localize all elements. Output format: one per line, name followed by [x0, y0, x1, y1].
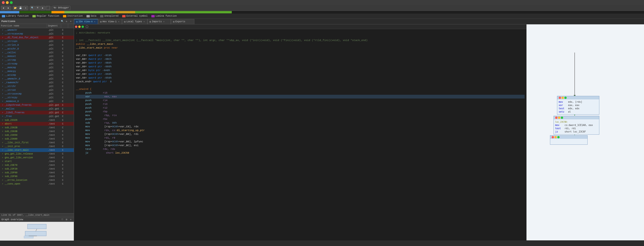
graph-overview-icon2[interactable]: ⊞ [65, 218, 68, 221]
fn-row[interactable]: ⚡__dl_find_dso_for_object.pltC [0, 36, 74, 39]
fn-row[interactable]: ⚡__libc_start_main.textC [0, 148, 74, 152]
functions-panel-close-icon[interactable]: ✕ [69, 20, 72, 23]
minimize-button[interactable] [6, 1, 9, 4]
functions-panel-refresh-icon[interactable]: ↻ [65, 20, 68, 23]
tab-local-types-close[interactable]: ✕ [143, 21, 145, 23]
tab-imports-close[interactable]: ✕ [163, 21, 165, 23]
fn-segment-cell: .text [47, 160, 61, 163]
fn-row[interactable]: ⚡gnu_get_libc_version.textC [0, 156, 74, 159]
tab-local-types[interactable]: ⊟ Local Types ✕ [122, 19, 147, 24]
fn-row[interactable]: ⚡__wcschr_0.pltC [0, 47, 74, 51]
code-line-push-rbp: push rbp [76, 110, 524, 114]
cv-btn-lock[interactable] [86, 25, 88, 28]
fn-row[interactable]: ⚡__wmemchr.pltC [0, 28, 74, 32]
fn-row[interactable]: ⚡__memset.pltC [0, 54, 74, 58]
fn-row[interactable]: ⚡gnu_get_libc_release.textC [0, 152, 74, 156]
fn-row[interactable]: ⚡__libc_init_first.textC [0, 141, 74, 144]
fn-row[interactable]: ⚡sub_2362B.textC [0, 126, 74, 129]
fn-row[interactable]: ⚡sub_23F20.textC [0, 167, 74, 171]
fn-name-text: _rawmemchr [5, 81, 19, 84]
fn-row[interactable]: ⚡__errno_location.textC [0, 178, 74, 182]
toolbar-btn-close[interactable]: ✕ [23, 6, 28, 10]
cv-btn-green[interactable] [82, 25, 84, 28]
maximize-button[interactable] [10, 1, 13, 4]
fn-extra-cell: C [61, 85, 68, 88]
gnc-op-2: eax, eax [568, 104, 579, 107]
fn-row[interactable]: ⚡__memcpy.pltC [0, 69, 74, 73]
fn-name-cell: ⚡__errno_location [0, 178, 47, 182]
toolbar-btn-back[interactable]: ◀ [1, 6, 6, 10]
graph-overview-icon3[interactable]: ✕ [69, 218, 72, 221]
fn-row[interactable]: ⚡sub_23E70.textC [0, 163, 74, 167]
fn-row[interactable]: ⚡_free.plt.gotC [0, 115, 74, 118]
tab-ida-view-a-close[interactable]: ✕ [94, 21, 96, 23]
fn-row[interactable]: ⚡_libpthread_freeres.plt.gotC [0, 103, 74, 107]
fn-row[interactable]: ⚡__wmemchr_0.pltC [0, 77, 74, 81]
fn-row[interactable]: ⚡sub_23680.textC [0, 137, 74, 141]
ida-view[interactable]: ; Attributes: noreturn ; int __fastcall … [74, 24, 526, 240]
fn-row[interactable]: ⚡__init_proc.textC [0, 144, 74, 148]
tab-hex-view[interactable]: ⊟ Hex View-1 ✕ [98, 19, 122, 24]
graph-node-2-min[interactable] [558, 117, 560, 119]
fn-name-cell: ⚡sub_23F90 [0, 175, 47, 178]
toolbar-btn-debug[interactable]: ⬛ [46, 6, 50, 10]
fn-row[interactable]: ⚡__strncasecmp.pltC [0, 32, 74, 36]
fn-row[interactable]: ⚡__memcmp.pltC [0, 66, 74, 69]
fn-row[interactable]: ⚡__wcscmp.pltC [0, 73, 74, 77]
fn-row[interactable]: ⚡__strcat.pltC [0, 88, 74, 92]
fn-row[interactable]: ⚡__strlen_0.pltC [0, 43, 74, 47]
toolbar-btn-search[interactable]: 🔍 [30, 6, 35, 10]
functions-panel-search-icon[interactable]: 🔍 [61, 20, 64, 23]
graph-node-3-min[interactable] [554, 136, 557, 138]
fn-row[interactable]: ⚡__strncpy.pltC [0, 96, 74, 100]
fn-row[interactable]: ⚡sub_2363B.textC [0, 129, 74, 133]
fn-name-text: __strchr [5, 85, 16, 88]
fn-name-text: sub_23680 [5, 138, 18, 140]
toolbar-btn-hex[interactable]: H [35, 6, 40, 10]
toolbar-sep-2 [29, 6, 29, 10]
code-ops-mov-rbp: rbp, rcx [96, 114, 117, 117]
fn-row[interactable]: ⚡_memmove_0.pltC [0, 100, 74, 103]
cv-btn-yellow[interactable] [78, 25, 80, 28]
fn-row[interactable]: ⚡_rawmemchr.pltC [0, 81, 74, 84]
graph-node-2[interactable]: loc_23C5B: mov cs:dword_1CE1A0, eax test… [554, 116, 599, 135]
fn-row[interactable]: ⚡sub_23F90.textC [0, 174, 74, 178]
tab-ida-view-a[interactable]: ⊟ IDA View-A ✕ [74, 19, 98, 24]
graph-node-2-max[interactable] [561, 117, 563, 119]
toolbar-btn-open[interactable]: 📂 [13, 6, 18, 10]
fn-row[interactable]: ⚡abort.textC [0, 122, 74, 126]
fn-row[interactable]: ⚡_libdl_freeres.plt.gotC [0, 111, 74, 115]
graph-overview-icon1[interactable]: □ [61, 218, 64, 221]
fn-row[interactable]: ⚡__strncmp.pltC [0, 62, 74, 66]
graph-node-3[interactable] [550, 135, 588, 145]
close-button[interactable] [2, 1, 5, 4]
toolbar-btn-save[interactable]: 💾 [18, 6, 23, 10]
debugger-selector[interactable]: No debugger [52, 6, 70, 10]
graph-node-1-min[interactable] [562, 97, 564, 99]
fn-row[interactable]: ⚡sub_23326.textC [0, 118, 74, 122]
fn-name-cell: ⚡__wmemchr_0 [0, 77, 47, 80]
toolbar-btn-run[interactable]: ▶ [40, 6, 45, 10]
fn-row[interactable]: ⚡sub_23650.textC [0, 133, 74, 137]
graph-overview: Graph overview □ ⊞ ✕ [0, 217, 74, 240]
graph-node-1-max[interactable] [564, 97, 567, 99]
tab-exports[interactable]: ⊟ Exports [171, 19, 194, 24]
fn-row[interactable]: ⚡_malloc.plt.gotC [0, 107, 74, 111]
tab-hex-view-close[interactable]: ✕ [118, 21, 120, 23]
fn-row[interactable]: ⚡__strchr.pltC [0, 84, 74, 88]
cv-btn-red[interactable] [75, 25, 77, 28]
toolbar-btn-forward[interactable]: ▶ [6, 6, 11, 10]
graph-node-3-max[interactable] [557, 136, 560, 138]
fn-row[interactable]: ⚡__strcmp.pltC [0, 58, 74, 62]
fn-row[interactable]: ⚡start.textC [0, 159, 74, 163]
graph-node-1-close[interactable] [559, 97, 561, 99]
fn-row[interactable]: ⚡__conv_open.textC [0, 182, 74, 186]
graph-node-1[interactable]: mov edx, [rdx] xor eax, eax test edx, ed… [557, 96, 599, 115]
graph-node-2-close[interactable] [555, 117, 558, 119]
fn-row[interactable]: ⚡sub_23F60.textC [0, 171, 74, 174]
fn-row[interactable]: ⚡__strcspn.pltC [0, 39, 74, 43]
fn-row[interactable]: ⚡__calloc.pltC [0, 51, 74, 54]
tab-imports[interactable]: ⊟ Imports ✕ [147, 19, 171, 24]
graph-node-3-close[interactable] [552, 136, 554, 138]
fn-row[interactable]: ⚡__strcasecmp.pltC [0, 92, 74, 96]
